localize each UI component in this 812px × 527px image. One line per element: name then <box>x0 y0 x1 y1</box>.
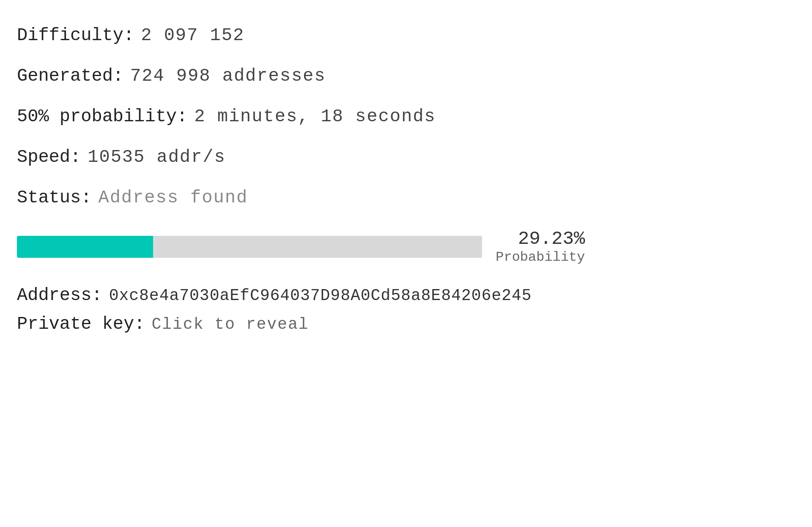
difficulty-value: 2 097 152 <box>141 25 244 46</box>
address-row: Address: 0xc8e4a7030aEfC964037D98A0Cd58a… <box>17 285 795 306</box>
private-key-reveal-button[interactable]: Click to reveal <box>151 315 309 333</box>
main-container: Difficulty: 2 097 152 Generated: 724 998… <box>17 25 795 334</box>
progress-bar-fill <box>17 236 153 258</box>
progress-container: 29.23% Probability <box>17 228 795 265</box>
speed-value: 10535 addr/s <box>88 147 225 167</box>
probability-display: 29.23% Probability <box>496 228 585 265</box>
address-section: Address: 0xc8e4a7030aEfC964037D98A0Cd58a… <box>17 285 795 334</box>
private-key-label: Private key: <box>17 314 145 334</box>
probability-percent: 29.23% <box>496 228 585 249</box>
speed-label: Speed: <box>17 147 81 167</box>
status-row: Status: Address found <box>17 188 795 208</box>
private-key-row: Private key: Click to reveal <box>17 314 795 334</box>
difficulty-label: Difficulty: <box>17 25 134 46</box>
speed-row: Speed: 10535 addr/s <box>17 147 795 167</box>
probability-value: 2 minutes, 18 seconds <box>194 106 436 127</box>
status-label: Status: <box>17 188 91 208</box>
probability-label: 50% probability: <box>17 106 187 127</box>
probability-row: 50% probability: 2 minutes, 18 seconds <box>17 106 795 127</box>
address-value: 0xc8e4a7030aEfC964037D98A0Cd58a8E84206e2… <box>109 287 532 305</box>
progress-section: 29.23% Probability <box>17 228 795 265</box>
generated-value: 724 998 addresses <box>130 66 326 86</box>
progress-bar-wrapper <box>17 236 482 258</box>
address-label: Address: <box>17 285 102 306</box>
generated-label: Generated: <box>17 66 123 86</box>
probability-sub-label: Probability <box>496 249 585 265</box>
status-value: Address found <box>98 188 248 208</box>
generated-row: Generated: 724 998 addresses <box>17 66 795 86</box>
difficulty-row: Difficulty: 2 097 152 <box>17 25 795 46</box>
